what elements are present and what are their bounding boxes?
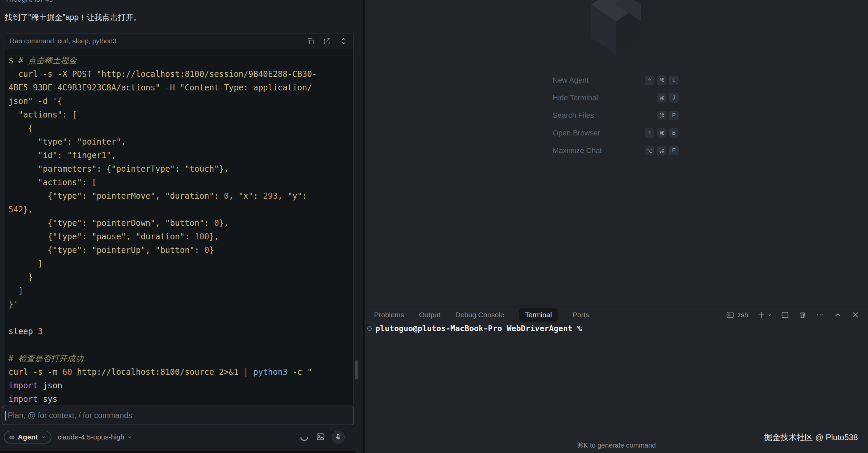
- keycap: B: [669, 128, 679, 138]
- new-terminal-button[interactable]: [757, 310, 772, 319]
- terminal-panel: ProblemsOutputDebug ConsoleTerminalPorts…: [365, 306, 868, 453]
- shortcut-search-files[interactable]: Search Files⌘P: [553, 107, 679, 124]
- maximize-panel-icon[interactable]: [833, 310, 842, 319]
- terminal-actions: zsh: [726, 306, 860, 323]
- panel-bottom-strip: [0, 451, 355, 453]
- editor-area: New Agent⇧⌘LHide Terminal⌘JSearch Files⌘…: [365, 0, 868, 453]
- terminal-tabs: ProblemsOutputDebug ConsoleTerminalPorts: [374, 308, 589, 322]
- keycap: ⇧: [645, 128, 654, 138]
- model-name: claude-4.5-opus-high: [58, 433, 124, 441]
- terminal-prompt: plutoguo@plutos-MacBook-Pro WebDriverAge…: [375, 324, 582, 333]
- voice-input-button[interactable]: [332, 431, 345, 444]
- open-in-editor-icon[interactable]: [323, 37, 331, 45]
- terminal-icon: [726, 310, 735, 319]
- chat-panel: Thought for 4s 找到了"稀土掘金"app！让我点击打开。 Ran …: [0, 0, 363, 453]
- agent-mode-button[interactable]: ∞ Agent: [4, 431, 51, 444]
- shortcut-label: Hide Terminal: [553, 93, 598, 102]
- command-block-header: Ran command: curl, sleep, python3: [4, 34, 353, 49]
- chat-input-placeholder: Plan, @ for context, / for commands: [8, 411, 132, 420]
- shortcut-maximize-chat[interactable]: Maximize Chat⌥⌘E: [553, 142, 679, 159]
- model-selector[interactable]: claude-4.5-opus-high: [58, 433, 132, 441]
- terminal-tab-terminal[interactable]: Terminal: [519, 308, 558, 322]
- terminal-prompt-line: plutoguo@plutos-MacBook-Pro WebDriverAge…: [367, 324, 582, 333]
- shortcuts-list: New Agent⇧⌘LHide Terminal⌘JSearch Files⌘…: [553, 71, 679, 159]
- chat-input[interactable]: Plan, @ for context, / for commands: [2, 406, 354, 425]
- microphone-icon: [334, 433, 342, 441]
- chat-scrollbar-thumb[interactable]: [355, 360, 358, 379]
- unfold-icon[interactable]: [339, 37, 348, 45]
- shell-name: zsh: [738, 311, 748, 319]
- command-block-title: Ran command: curl, sleep, python3: [10, 37, 306, 45]
- shortcut-label: Search Files: [553, 111, 594, 120]
- chevron-down-icon: [767, 312, 772, 318]
- terminal-tab-debug-console[interactable]: Debug Console: [455, 308, 504, 322]
- terminal-tabbar: ProblemsOutputDebug ConsoleTerminalPorts…: [365, 306, 868, 323]
- keycap: L: [669, 76, 679, 85]
- shortcut-label: New Agent: [553, 76, 588, 85]
- shortcut-hide-terminal[interactable]: Hide Terminal⌘J: [553, 89, 679, 107]
- terminal-tab-problems[interactable]: Problems: [374, 308, 404, 322]
- chevron-down-icon: [41, 435, 46, 440]
- shortcut-label: Maximize Chat: [553, 146, 602, 155]
- more-actions-icon[interactable]: [816, 310, 825, 319]
- attach-image-button[interactable]: [315, 432, 326, 443]
- text-caret: [5, 411, 6, 420]
- keycap: J: [669, 93, 679, 103]
- close-panel-icon[interactable]: [851, 310, 860, 319]
- trash-icon[interactable]: [798, 310, 807, 319]
- cursor-logo: [587, 0, 645, 54]
- shortcut-new-agent[interactable]: New Agent⇧⌘L: [553, 71, 679, 89]
- keycap: ⇧: [645, 76, 654, 85]
- plus-icon: [757, 310, 766, 319]
- thought-summary[interactable]: Thought for 4s: [5, 0, 53, 4]
- keycap: ⌘: [657, 128, 666, 138]
- chevron-down-icon: [127, 435, 132, 440]
- command-block: Ran command: curl, sleep, python3 $ # 点击…: [4, 33, 354, 406]
- prompt-status-icon: [367, 326, 372, 331]
- shortcut-open-browser[interactable]: Open Browser⇧⌘B: [553, 124, 679, 142]
- watermark-text: 掘金技术社区 @ Pluto538: [764, 432, 858, 443]
- copy-icon[interactable]: [306, 37, 315, 45]
- terminal-tab-ports[interactable]: Ports: [573, 308, 589, 322]
- keycap: ⌘: [657, 146, 666, 155]
- chat-toolbar: ∞ Agent claude-4.5-opus-high: [2, 429, 354, 445]
- keycap: ⌘: [657, 76, 666, 85]
- app-window: Thought for 4s 找到了"稀土掘金"app！让我点击打开。 Ran …: [0, 0, 868, 453]
- command-code: $ # 点击稀土掘金 curl -s -X POST "http://local…: [4, 49, 353, 406]
- keycap: ⌘: [657, 93, 666, 103]
- shell-session-button[interactable]: zsh: [726, 310, 748, 319]
- infinity-icon: ∞: [9, 433, 15, 441]
- keycap: E: [669, 146, 679, 155]
- keycap: ⌥: [645, 146, 654, 155]
- image-icon: [315, 432, 326, 442]
- terminal-tab-output[interactable]: Output: [419, 308, 440, 322]
- assistant-message: 找到了"稀土掘金"app！让我点击打开。: [5, 12, 142, 23]
- generating-spinner-icon: [299, 432, 309, 442]
- shortcut-label: Open Browser: [553, 129, 600, 137]
- keycap: ⌘: [657, 111, 666, 120]
- keycap: P: [669, 111, 679, 120]
- split-terminal-icon[interactable]: [781, 310, 789, 319]
- agent-mode-label: Agent: [18, 433, 38, 441]
